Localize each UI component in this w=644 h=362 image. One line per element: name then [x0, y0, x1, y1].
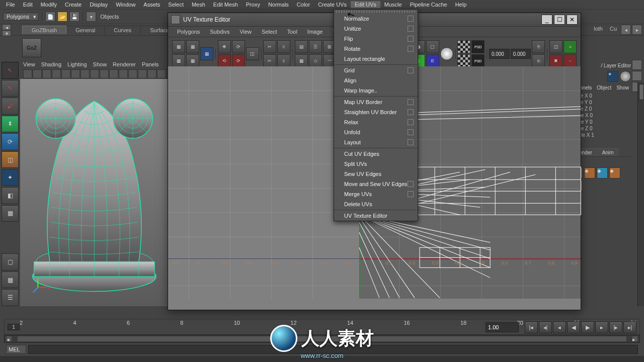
menu-uv-texture-editor[interactable]: UV Texture Editor	[334, 211, 418, 221]
uv-tb-checker[interactable]	[457, 40, 470, 53]
uv-tb-del[interactable]: ✖	[549, 54, 562, 67]
uv-tb-edge[interactable]: ◫	[549, 40, 562, 53]
layer-icon-2[interactable]: ◆	[584, 167, 595, 178]
uv-tb-smudge[interactable]: ▦	[186, 54, 199, 67]
uv-tb-flip-u[interactable]: ▦	[172, 40, 185, 53]
selection-mask-icon[interactable]: ▾	[86, 12, 96, 22]
cb-tab-object[interactable]: Object	[597, 85, 611, 90]
play-back-button[interactable]: ◀	[567, 321, 580, 333]
menu-cut-uv-edges[interactable]: Cut UV Edges	[334, 149, 418, 159]
edit-uvs-dropdown[interactable]: Normalize Unitize Flip Rotate Layout rec…	[334, 9, 418, 221]
menu-display[interactable]: Display	[86, 1, 112, 8]
cb-tab-show[interactable]: Show	[616, 85, 629, 90]
uv-tb-scale[interactable]: ◫	[246, 47, 259, 60]
gozbrush-icon[interactable]: GoZ	[22, 38, 41, 57]
uv-tb-layout[interactable]: ▤	[295, 40, 308, 53]
lasso-tool[interactable]: ↖	[2, 80, 19, 97]
uv-tb-blue[interactable]: B	[426, 54, 439, 67]
uv-tb-rotccw[interactable]: ⟲	[218, 54, 231, 67]
menu-flip[interactable]: Flip	[334, 34, 418, 44]
uv-menu-view[interactable]: View	[234, 28, 257, 36]
uv-tb-grid-icon[interactable]: ▦	[295, 54, 308, 67]
timeline-start-frame[interactable]: 1	[8, 324, 20, 330]
axis-icon[interactable]: ✦	[607, 71, 618, 82]
menu-pipeline-cache[interactable]: Pipeline Cache	[406, 1, 451, 8]
step-fwd-button[interactable]: ▸	[595, 321, 608, 333]
vp-icon-textured[interactable]	[109, 69, 118, 78]
side-dock-2[interactable]	[632, 71, 642, 81]
vp-menu-panels[interactable]: Panels	[142, 61, 159, 67]
vp-icon-t[interactable]	[157, 69, 166, 78]
uv-tb-rotcw[interactable]: ⟳	[232, 54, 245, 67]
vp-icon-wireframe[interactable]	[90, 69, 99, 78]
vp-icon-shadows[interactable]	[128, 69, 137, 78]
uv-tb-sew[interactable]: ✂	[263, 40, 276, 53]
main-menubar[interactable]: File Edit Modify Create Display Window A…	[0, 0, 644, 9]
menu-warp-image[interactable]: Warp Image..	[334, 85, 418, 96]
uv-tb-snap[interactable]: ◇	[309, 54, 322, 67]
layer-tab-anim[interactable]: Anim	[597, 148, 619, 156]
menu-mesh[interactable]: Mesh	[188, 1, 209, 8]
uv-tb-lattice[interactable]: ▦	[172, 54, 185, 67]
sphere-icon[interactable]	[620, 71, 631, 82]
uv-menu-tool[interactable]: Tool	[282, 28, 302, 36]
show-manip-tool[interactable]: ▦	[2, 205, 19, 222]
uv-tb-psd2[interactable]: PSD	[471, 54, 485, 67]
range-track[interactable]	[18, 336, 626, 341]
vp-icon-3[interactable]	[42, 69, 51, 78]
go-start-button[interactable]: |◂	[525, 321, 538, 333]
uv-tb-rot[interactable]: ⟳	[232, 40, 245, 53]
uv-tb-paste[interactable]: ⎗	[532, 54, 545, 67]
menu-edit[interactable]: Edit	[19, 1, 37, 8]
shelf-tab-cloth[interactable]: loth	[591, 25, 606, 35]
menu-assets[interactable]: Assets	[139, 1, 164, 8]
menu-map-uv-border[interactable]: Map UV Border	[334, 97, 418, 107]
menu-edit-mesh[interactable]: Edit Mesh	[209, 1, 242, 8]
soft-mod-tool[interactable]: ◧	[2, 187, 19, 204]
vp-icon-1[interactable]	[23, 69, 32, 78]
mel-input[interactable]	[28, 345, 638, 354]
uv-menu-select[interactable]: Select	[257, 28, 282, 36]
shelf-scroll-left-icon[interactable]: ◂	[621, 25, 631, 35]
paint-select-tool[interactable]: 🖌	[2, 98, 19, 115]
menu-create-uvs[interactable]: Create UVs	[314, 1, 351, 8]
shelf-scroll-right-icon[interactable]: ▸	[632, 25, 642, 35]
move-tool[interactable]: ⬍	[2, 116, 19, 133]
right-scrollbar[interactable]	[637, 82, 644, 306]
vp-icon-isolate[interactable]	[147, 69, 156, 78]
shelf-tab-curves[interactable]: Curves	[105, 26, 141, 34]
menu-layout-rectangle[interactable]: Layout rectangle	[334, 54, 418, 64]
shelf-arrow-icon[interactable]: ◂	[2, 24, 11, 30]
open-scene-icon[interactable]: 📂	[57, 12, 67, 22]
menu-window[interactable]: Window	[112, 1, 139, 8]
menu-align[interactable]: Align	[334, 75, 418, 85]
menu-normals[interactable]: Normals	[264, 1, 293, 8]
uv-minimize-button[interactable]: _	[541, 15, 552, 25]
vp-menu-lighting[interactable]: Lighting	[67, 61, 87, 67]
save-scene-icon[interactable]: 💾	[69, 12, 79, 22]
step-back-button[interactable]: ◂	[553, 321, 566, 333]
uv-tb-move[interactable]: ✥	[218, 40, 231, 53]
menu-grid[interactable]: Grid	[334, 65, 418, 75]
vp-icon-shaded[interactable]	[100, 69, 109, 78]
menu-move-sew-uv-edges[interactable]: Move and Sew UV Edges	[334, 179, 418, 189]
uv-tb-merge[interactable]: ⫴	[277, 54, 290, 67]
mel-label[interactable]: MEL	[6, 345, 26, 354]
layout-single[interactable]: ▢	[2, 253, 19, 270]
step-back-key-button[interactable]: ◂|	[539, 321, 552, 333]
range-sq-left[interactable]: ◂	[7, 336, 12, 341]
menu-muscle[interactable]: Muscle	[380, 1, 406, 8]
vp-menu-view[interactable]: View	[23, 61, 35, 67]
range-slider[interactable]: ◂ ▸	[4, 335, 640, 343]
menu-help[interactable]: Help	[451, 1, 471, 8]
shelf-menu-icon[interactable]: ▾	[2, 30, 11, 36]
vp-menu-show[interactable]: Show	[93, 61, 107, 67]
current-frame-field[interactable]: 1.00	[486, 322, 519, 332]
layer-icon-3[interactable]: ◆	[597, 167, 608, 178]
vp-menu-shading[interactable]: Shading	[41, 61, 61, 67]
layer-icon-4[interactable]: ◆	[609, 167, 620, 178]
uv-menu-polygons[interactable]: Polygons	[172, 28, 205, 36]
uv-tb-align[interactable]: ☰	[309, 40, 322, 53]
vp-icon-xray[interactable]	[138, 69, 147, 78]
menu-split-uvs[interactable]: Split UVs	[334, 159, 418, 169]
